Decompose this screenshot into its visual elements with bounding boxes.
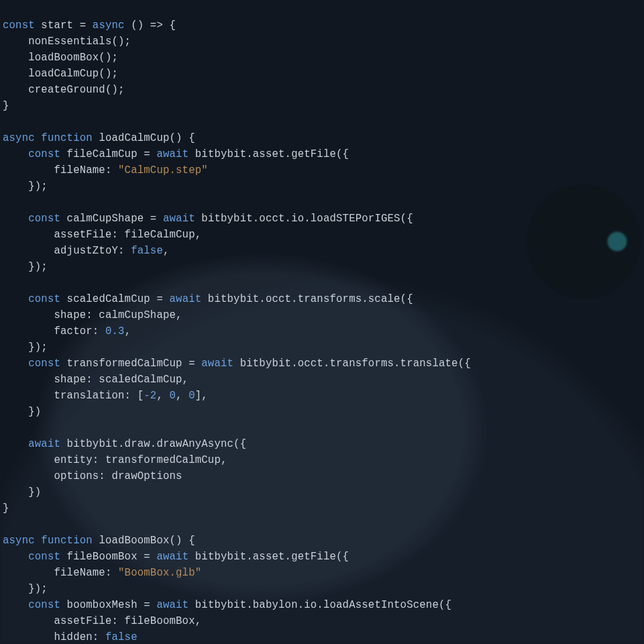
prop-key: factor: <box>54 325 105 337</box>
kw-await: await <box>201 358 233 370</box>
code-text: , <box>125 325 131 337</box>
indent <box>3 599 28 611</box>
kw-const: const <box>28 551 60 563</box>
code-line: }); <box>3 261 48 273</box>
number-literal: 0 <box>189 390 195 402</box>
code-line: }); <box>3 341 48 354</box>
code-text: transformedCalmCup = <box>60 358 201 370</box>
indent <box>3 325 54 337</box>
kw-const: const <box>28 358 60 370</box>
code-line: options: drawOptions <box>3 470 182 482</box>
code-line: entity: transformedCalmCup, <box>3 454 227 466</box>
prop-key: fileName: <box>54 567 118 579</box>
code-text: bitbybit.babylon.io.loadAssetIntoScene({ <box>189 599 451 611</box>
indent <box>3 438 28 450</box>
code-line: }) <box>3 486 41 498</box>
indent <box>3 213 28 225</box>
fn-name: loadCalmCup() { <box>93 132 195 144</box>
fn-name: loadBoomBox() { <box>93 535 195 547</box>
kw-const: const <box>28 599 60 611</box>
code-line: }) <box>3 406 41 418</box>
code-text: fileBoomBox = <box>60 551 156 563</box>
number-literal: 0.3 <box>105 325 125 337</box>
code-line: loadBoomBox(); <box>3 52 118 64</box>
code-line: assetFile: fileBoomBox, <box>3 615 201 627</box>
string-literal: "CalmCup.step" <box>118 164 208 176</box>
code-text: scaledCalmCup = <box>60 293 169 305</box>
code-line: } <box>3 100 9 112</box>
code-line: shape: calmCupShape, <box>3 309 182 321</box>
prop-key: hidden: <box>54 631 105 643</box>
code-text: bitbybit.occt.transforms.scale({ <box>201 293 413 305</box>
code-text: bitbybit.occt.transforms.translate({ <box>233 358 471 370</box>
kw-const: const <box>28 148 60 160</box>
kw-async: async <box>93 19 125 32</box>
kw-async: async <box>3 535 35 547</box>
code-text: bitbybit.occt.io.loadSTEPorIGES({ <box>195 213 413 225</box>
kw-false: false <box>105 631 138 643</box>
kw-await: await <box>28 438 60 450</box>
indent <box>3 293 28 305</box>
code-text: bitbybit.draw.drawAnyAsync({ <box>60 438 246 450</box>
kw-const: const <box>3 19 35 32</box>
indent <box>3 358 28 370</box>
code-text: boomboxMesh = <box>60 599 156 611</box>
indent <box>3 551 28 563</box>
kw-await: await <box>156 551 189 563</box>
code-text: calmCupShape = <box>60 213 163 225</box>
kw-await: await <box>163 213 195 225</box>
kw-const: const <box>28 213 60 225</box>
code-text: fileCalmCup = <box>60 148 156 160</box>
code-text: () => { <box>125 19 176 32</box>
code-line: }); <box>3 583 48 595</box>
number-literal: 0 <box>170 390 176 402</box>
code-line: loadCalmCup(); <box>3 68 118 80</box>
code-line: }); <box>3 180 48 193</box>
indent <box>3 631 54 643</box>
kw-await: await <box>170 293 202 305</box>
code-line: nonEssentials(); <box>3 36 131 48</box>
string-literal: "BoomBox.glb" <box>118 567 201 579</box>
code-text: , <box>176 390 189 402</box>
code-line: assetFile: fileCalmCup, <box>3 229 201 241</box>
indent <box>3 245 54 257</box>
kw-await: await <box>156 148 189 160</box>
code-text: , <box>156 390 169 402</box>
code-text: ], <box>195 390 208 402</box>
indent <box>3 164 54 176</box>
kw-async: async <box>3 132 35 144</box>
indent <box>3 148 28 160</box>
code-text: start = <box>35 19 93 32</box>
code-line: shape: scaledCalmCup, <box>3 374 189 386</box>
code-editor[interactable]: const start = async () => { nonEssential… <box>0 0 644 644</box>
indent <box>3 567 54 579</box>
code-text: bitbybit.asset.getFile({ <box>189 551 349 563</box>
kw-function: function <box>35 535 93 547</box>
number-literal: -2 <box>144 390 156 402</box>
code-text: bitbybit.asset.getFile({ <box>189 148 349 160</box>
kw-await: await <box>156 599 189 611</box>
prop-key: translation: [ <box>54 390 144 402</box>
prop-key: fileName: <box>54 164 118 176</box>
code-line: createGround(); <box>3 84 125 96</box>
kw-false: false <box>131 245 163 257</box>
prop-key: adjustZtoY: <box>54 245 131 257</box>
kw-function: function <box>35 132 93 144</box>
code-text: , <box>163 245 170 257</box>
kw-const: const <box>28 293 60 305</box>
code-line: } <box>3 502 9 515</box>
indent <box>3 390 54 402</box>
